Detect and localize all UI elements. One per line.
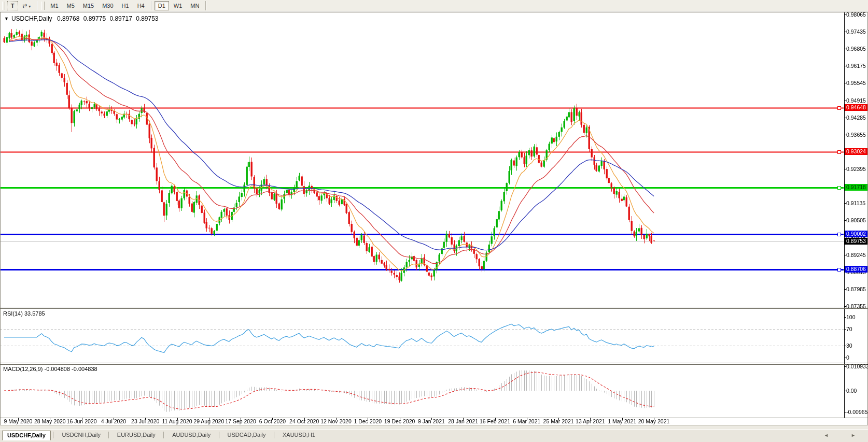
date-axis-label: 4 Jul 2020 bbox=[101, 418, 126, 424]
date-axis-label: 16 Feb 2021 bbox=[480, 418, 510, 424]
tab-separator bbox=[219, 432, 219, 438]
price-axis-tick: 0.96805 bbox=[846, 46, 866, 52]
level-price-label[interactable]: 0.91718 bbox=[845, 184, 867, 191]
chart-title: ▼USDCHF,Daily 0.89768 0.89775 0.89717 0.… bbox=[4, 15, 159, 22]
date-axis-label: 6 Oct 2020 bbox=[259, 418, 286, 424]
date-axis-label: 1 May 2021 bbox=[608, 418, 636, 424]
date-axis-label: 24 Oct 2020 bbox=[289, 418, 319, 424]
date-axis-label: 17 Sep 2020 bbox=[225, 418, 256, 424]
date-axis-label: 1 Dec 2020 bbox=[354, 418, 382, 424]
tab-separator bbox=[53, 432, 53, 438]
tab-scroll-right-icon[interactable]: ► bbox=[851, 433, 856, 438]
rsi-axis-tick: 70 bbox=[846, 326, 852, 332]
chart-canvas[interactable] bbox=[0, 0, 868, 442]
tab-eurusd-daily[interactable]: EURUSD,Daily bbox=[113, 431, 160, 439]
price-axis-tick: 0.96175 bbox=[846, 63, 866, 69]
date-axis-label: 29 Aug 2020 bbox=[193, 418, 224, 424]
date-axis-label: 9 May 2020 bbox=[4, 418, 33, 424]
tab-usdcnh-daily[interactable]: USDCNH,Daily bbox=[57, 431, 105, 439]
rsi-axis-tick: 30 bbox=[846, 343, 852, 349]
date-axis-label: 19 Dec 2020 bbox=[384, 418, 415, 424]
price-axis-tick: 0.94915 bbox=[846, 97, 866, 104]
tab-separator bbox=[108, 432, 109, 438]
macd-label: MACD(12,26,9) -0.004808 -0.004838 bbox=[3, 366, 97, 372]
macd-axis-tick: 0.010933 bbox=[846, 363, 868, 369]
rsi-label: RSI(14) 33.5785 bbox=[3, 310, 45, 317]
level-price-label[interactable]: 0.93024 bbox=[845, 148, 867, 155]
chart-dropdown-icon[interactable]: ▼ bbox=[4, 16, 9, 21]
current-price-label: 0.89753 bbox=[845, 238, 867, 245]
chart-tab-bar: USDCHF,DailyUSDCNH,DailyEURUSD,DailyAUDU… bbox=[0, 429, 868, 442]
price-axis-tick: 0.87985 bbox=[846, 286, 866, 292]
tab-separator bbox=[163, 432, 164, 438]
date-axis-label: 6 Mar 2021 bbox=[513, 418, 540, 424]
macd-axis-tick: 0.00 bbox=[846, 388, 857, 394]
price-axis-tick: 0.91135 bbox=[846, 200, 865, 206]
ohlc-low: 0.89717 bbox=[109, 15, 132, 22]
date-axis-label: 13 Apr 2021 bbox=[576, 418, 605, 424]
macd-axis-tick: -0.009653 bbox=[846, 409, 868, 415]
price-axis-tick: 0.87355 bbox=[846, 303, 866, 309]
level-price-label[interactable]: 0.94648 bbox=[845, 104, 867, 111]
tab-usdchf-daily[interactable]: USDCHF,Daily bbox=[2, 431, 51, 440]
date-axis-label: 16 Jun 2020 bbox=[67, 418, 97, 424]
tab-xauusd-h1[interactable]: XAUUSD,H1 bbox=[278, 431, 320, 439]
price-axis-tick: 0.89245 bbox=[846, 252, 866, 258]
rsi-axis-tick: 0 bbox=[846, 354, 849, 361]
tab-scroll-left-icon[interactable]: ◄ bbox=[824, 433, 829, 438]
price-axis-tick: 0.95545 bbox=[846, 80, 866, 86]
tab-usdcad-daily[interactable]: USDCAD,Daily bbox=[223, 431, 271, 439]
price-axis-tick: 0.92395 bbox=[846, 166, 866, 172]
mt4-window: T ⇄▾ M1M5M15M30H1H4D1W1MN ▼USDCHF,Daily … bbox=[0, 0, 868, 442]
price-axis-tick: 0.94285 bbox=[846, 115, 866, 121]
date-axis-label: 9 Jan 2021 bbox=[418, 418, 445, 424]
price-axis-tick: 0.98065 bbox=[846, 11, 866, 18]
tab-audusd-daily[interactable]: AUDUSD,Daily bbox=[167, 431, 215, 439]
date-axis-label: 23 Jul 2020 bbox=[131, 418, 159, 424]
ohlc-open: 0.89768 bbox=[57, 15, 79, 22]
level-price-label[interactable]: 0.90002 bbox=[845, 231, 867, 237]
level-price-label[interactable]: 0.88706 bbox=[845, 266, 867, 273]
price-axis-tick: 0.90505 bbox=[846, 217, 866, 223]
price-axis-tick: 0.93655 bbox=[846, 132, 866, 138]
price-axis-tick: 0.97435 bbox=[846, 28, 866, 35]
tab-separator bbox=[274, 432, 274, 438]
date-axis-label: 25 Mar 2021 bbox=[543, 418, 574, 424]
date-axis-label: 20 May 2021 bbox=[638, 418, 670, 424]
date-axis-label: 12 Nov 2020 bbox=[320, 418, 352, 424]
ohlc-high: 0.89775 bbox=[83, 15, 106, 22]
date-axis-label: 11 Aug 2020 bbox=[162, 418, 192, 424]
date-axis-label: 28 May 2020 bbox=[34, 418, 66, 424]
date-axis-label: 28 Jan 2021 bbox=[448, 418, 478, 424]
chart-symbol-period: USDCHF,Daily bbox=[11, 15, 52, 22]
ohlc-close: 0.89753 bbox=[136, 15, 158, 22]
rsi-axis-tick: 100 bbox=[846, 314, 856, 320]
